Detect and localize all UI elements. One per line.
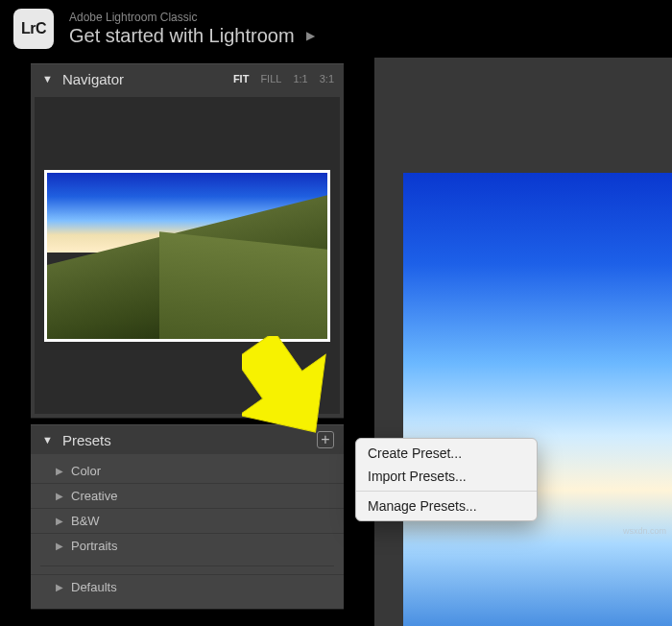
presets-header[interactable]: ▼ Presets +	[31, 425, 344, 454]
chevron-right-icon: ▶	[56, 516, 63, 526]
preset-group-portraits[interactable]: ▶Portraits	[31, 533, 344, 558]
preset-group-bw[interactable]: ▶B&W	[31, 508, 344, 533]
chevron-right-icon: ▶	[56, 491, 63, 501]
preset-group-label: Portraits	[71, 539, 117, 553]
chevron-right-icon: ▶	[56, 541, 63, 551]
navigator-thumbnail[interactable]	[44, 170, 330, 342]
preset-group-label: B&W	[71, 514, 100, 528]
get-started-label: Get started with Lightroom	[69, 24, 295, 47]
zoom-fill[interactable]: FILL	[260, 73, 281, 84]
navigator-zoom-modes: FIT FILL 1:1 3:1	[233, 73, 334, 84]
navigator-title: Navigator	[62, 71, 233, 87]
preset-group-label: Defaults	[71, 580, 117, 594]
menu-import-presets[interactable]: Import Presets...	[356, 465, 537, 488]
presets-panel: ▼ Presets + ▶Color ▶Creative ▶B&W ▶Portr…	[31, 424, 344, 610]
zoom-fit[interactable]: FIT	[233, 73, 250, 84]
chevron-down-icon: ▼	[42, 434, 53, 445]
play-icon: ▶	[306, 24, 315, 47]
presets-body: ▶Color ▶Creative ▶B&W ▶Portraits ▶Defaul…	[31, 454, 344, 609]
navigator-panel: ▼ Navigator FIT FILL 1:1 3:1	[31, 63, 344, 419]
presets-title: Presets	[62, 432, 317, 448]
watermark: wsxdn.com	[623, 526, 666, 536]
get-started-link[interactable]: Get started with Lightroom ▶	[69, 24, 315, 47]
main-preview[interactable]	[374, 58, 672, 626]
add-preset-button[interactable]: +	[317, 431, 334, 448]
app-icon: LrC	[13, 9, 54, 49]
app-title: Adobe Lightroom Classic	[69, 11, 315, 24]
chevron-right-icon: ▶	[56, 582, 63, 592]
preset-group-label: Creative	[71, 489, 117, 503]
preset-group-defaults[interactable]: ▶Defaults	[31, 574, 344, 599]
preview-image	[403, 173, 672, 626]
preset-group-creative[interactable]: ▶Creative	[31, 483, 344, 508]
chevron-right-icon: ▶	[56, 466, 63, 476]
preset-group-label: Color	[71, 464, 101, 478]
navigator-body	[31, 93, 344, 418]
preset-context-menu: Create Preset... Import Presets... Manag…	[355, 438, 538, 521]
menu-separator	[356, 491, 537, 492]
chevron-down-icon: ▼	[42, 73, 53, 84]
zoom-1-1[interactable]: 1:1	[293, 73, 307, 84]
zoom-3-1[interactable]: 3:1	[320, 73, 334, 84]
menu-manage-presets[interactable]: Manage Presets...	[356, 494, 537, 518]
left-sidebar: ▼ Navigator FIT FILL 1:1 3:1	[0, 58, 374, 626]
app-header: LrC Adobe Lightroom Classic Get started …	[0, 0, 672, 58]
navigator-thumbnail-area	[35, 97, 340, 414]
menu-create-preset[interactable]: Create Preset...	[356, 442, 537, 465]
plus-icon: +	[321, 432, 329, 447]
presets-divider	[40, 566, 334, 566]
navigator-header[interactable]: ▼ Navigator FIT FILL 1:1 3:1	[31, 64, 344, 93]
preset-group-color[interactable]: ▶Color	[31, 458, 344, 483]
